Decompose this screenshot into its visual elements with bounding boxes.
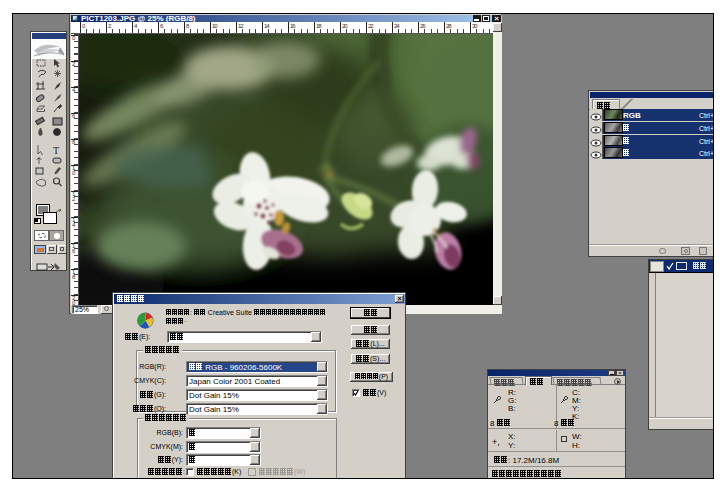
svg-text:T: T: [53, 145, 59, 156]
